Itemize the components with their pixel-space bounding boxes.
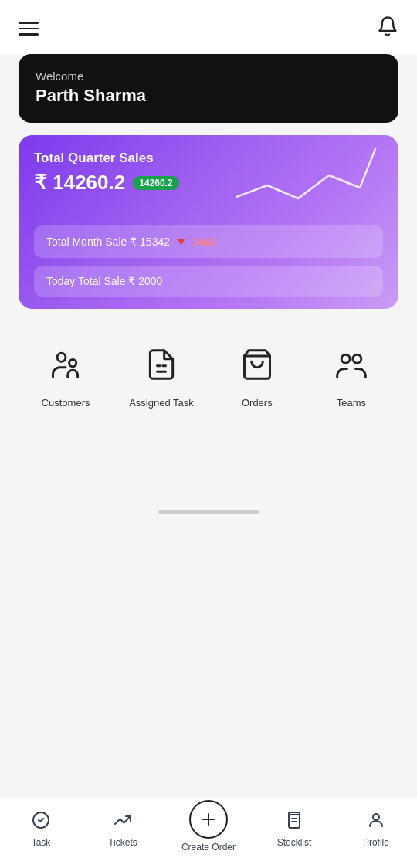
profile-label: Profile — [363, 837, 389, 848]
customers-label: Customers — [42, 397, 90, 409]
notification-bell[interactable] — [377, 15, 398, 42]
teams-item[interactable]: Teams — [320, 340, 382, 409]
sub-cards: Total Month Sale ₹ 15342 ♥ 1468 Today To… — [34, 225, 383, 297]
customers-icon — [41, 340, 90, 389]
month-sale-card: Total Month Sale ₹ 15342 ♥ 1468 — [34, 225, 383, 258]
tickets-icon — [114, 811, 132, 834]
nav-stocklist[interactable]: Stocklist — [271, 811, 317, 848]
sales-card: Total Quarter Sales ₹ 14260.2 14260.2 To… — [19, 135, 398, 309]
main-amount: ₹ 14260.2 — [34, 171, 125, 195]
nav-create-order[interactable]: Create Order — [181, 806, 236, 853]
svg-point-1 — [70, 360, 76, 367]
orders-label: Orders — [242, 397, 273, 409]
svg-point-4 — [353, 354, 361, 363]
header — [0, 0, 417, 54]
orders-item[interactable]: Orders — [226, 340, 288, 409]
icons-grid: Customers Assigned Task Orders — [19, 327, 398, 421]
welcome-greeting: Welcome — [36, 70, 381, 83]
create-order-label: Create Order — [181, 842, 236, 853]
tickets-label: Tickets — [108, 837, 137, 848]
nav-profile[interactable]: Profile — [353, 811, 399, 848]
user-name: Parth Sharma — [36, 86, 381, 106]
month-sale-label: Total Month Sale ₹ 15342 — [46, 236, 170, 248]
month-sale-value: 1468 — [193, 236, 217, 248]
heart-icon: ♥ — [178, 235, 185, 249]
amount-badge: 14260.2 — [133, 176, 178, 190]
svg-point-0 — [57, 353, 66, 361]
sales-chart — [236, 143, 391, 212]
welcome-card: Welcome Parth Sharma — [19, 54, 398, 123]
assigned-task-label: Assigned Task — [129, 397, 194, 409]
bottom-nav: Task Tickets Create Order — [0, 798, 417, 868]
orders-icon — [232, 340, 282, 389]
stocklist-icon — [285, 811, 303, 834]
assigned-task-icon — [137, 340, 186, 389]
nav-tickets[interactable]: Tickets — [100, 811, 146, 848]
teams-icon — [327, 340, 376, 389]
create-order-icon — [189, 800, 228, 839]
task-label: Task — [32, 837, 51, 848]
home-indicator — [158, 510, 259, 514]
nav-task[interactable]: Task — [18, 811, 64, 848]
task-icon — [32, 811, 50, 834]
stocklist-label: Stocklist — [277, 837, 312, 848]
svg-point-11 — [373, 814, 379, 820]
customers-item[interactable]: Customers — [35, 340, 97, 409]
menu-button[interactable] — [19, 22, 39, 36]
assigned-task-item[interactable]: Assigned Task — [129, 340, 194, 409]
today-sale-label: Today Total Sale ₹ 2000 — [46, 275, 162, 287]
teams-label: Teams — [337, 397, 366, 409]
profile-icon — [367, 811, 385, 834]
svg-point-3 — [341, 354, 350, 363]
today-sale-card: Today Total Sale ₹ 2000 — [34, 266, 383, 297]
